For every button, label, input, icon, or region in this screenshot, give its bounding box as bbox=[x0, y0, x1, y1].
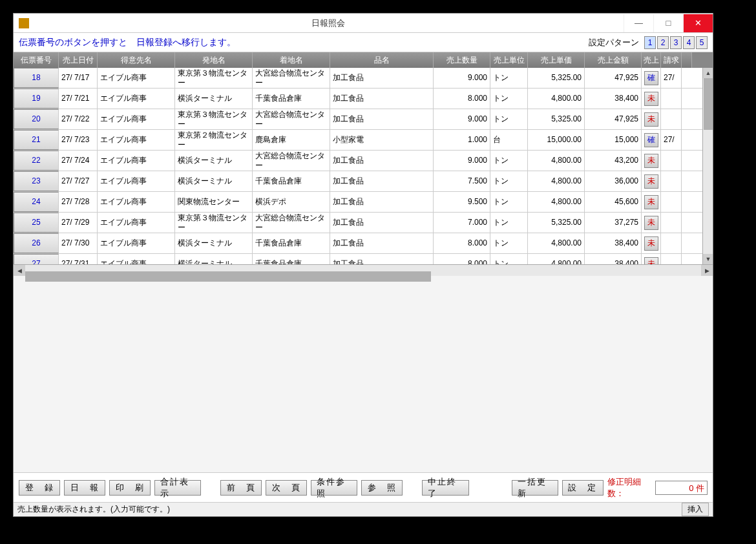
scroll-up-arrow-icon[interactable]: ▲ bbox=[703, 68, 713, 78]
close-button[interactable]: ✕ bbox=[683, 14, 713, 32]
cell-status: 未 bbox=[642, 233, 661, 253]
status-button[interactable]: 未 bbox=[644, 174, 658, 189]
col-qty[interactable]: 売上数量 bbox=[434, 52, 490, 68]
register-button[interactable]: 登 録 bbox=[19, 480, 60, 496]
slip-number-button[interactable]: 22 bbox=[14, 151, 59, 171]
scroll-down-arrow-icon[interactable]: ▼ bbox=[703, 254, 713, 264]
cell-price: 4,800.00 bbox=[528, 171, 585, 191]
slip-number-button[interactable]: 25 bbox=[14, 213, 59, 233]
table-row: 1927/ 7/21エイブル商事横浜ターミナル千葉食品倉庫加工食品8.000トン… bbox=[14, 89, 702, 109]
cell-price: 4,800.00 bbox=[528, 233, 585, 253]
minimize-button[interactable]: — bbox=[624, 14, 653, 32]
cell-status: 確 bbox=[642, 68, 661, 88]
status-button[interactable]: 未 bbox=[644, 257, 658, 265]
pattern-button-5[interactable]: 5 bbox=[696, 36, 708, 49]
slip-number-button[interactable]: 18 bbox=[14, 68, 59, 88]
col-unit[interactable]: 売上単位 bbox=[490, 52, 528, 68]
pattern-button-3[interactable]: 3 bbox=[670, 36, 682, 49]
cell-quantity[interactable]: 8.000 bbox=[434, 89, 490, 109]
col-date[interactable]: 売上日付 bbox=[59, 52, 98, 68]
stop-end-button[interactable]: 中止終了 bbox=[422, 480, 468, 496]
pattern-button-2[interactable]: 2 bbox=[657, 36, 669, 49]
cell-to: 大宮総合物流センター bbox=[253, 68, 330, 88]
status-button[interactable]: 確 bbox=[644, 71, 658, 85]
reference-button[interactable]: 参 照 bbox=[361, 480, 403, 496]
status-button[interactable]: 未 bbox=[644, 112, 658, 127]
cell-bill: 27/ bbox=[661, 130, 682, 150]
cell-price: 4,800.00 bbox=[528, 151, 585, 171]
col-status[interactable]: 売上 bbox=[642, 52, 661, 68]
scroll-left-arrow-icon[interactable]: ◀ bbox=[14, 265, 25, 277]
total-button[interactable]: 合計表示 bbox=[154, 480, 201, 496]
maximize-button[interactable]: □ bbox=[653, 14, 683, 32]
col-slip[interactable]: 伝票番号 bbox=[14, 52, 59, 68]
pattern-button-4[interactable]: 4 bbox=[683, 36, 695, 49]
cell-item: 加工食品 bbox=[330, 254, 434, 264]
slip-number-button[interactable]: 24 bbox=[14, 192, 59, 212]
scroll-right-arrow-icon[interactable]: ▶ bbox=[701, 265, 713, 277]
col-from[interactable]: 発地名 bbox=[175, 52, 253, 68]
slip-number-button[interactable]: 21 bbox=[14, 130, 59, 150]
slip-number-button[interactable]: 27 bbox=[14, 254, 59, 264]
horizontal-scrollbar[interactable]: ◀ ▶ bbox=[14, 264, 713, 276]
status-button[interactable]: 未 bbox=[644, 236, 658, 251]
vertical-scrollbar[interactable]: ▲ ▼ bbox=[702, 68, 713, 264]
cell-quantity[interactable]: 1.000 bbox=[434, 130, 490, 150]
slip-number-button[interactable]: 23 bbox=[14, 171, 59, 191]
status-button[interactable]: 未 bbox=[644, 154, 658, 168]
cell-bill bbox=[661, 213, 682, 233]
col-to[interactable]: 着地名 bbox=[253, 52, 330, 68]
cell-quantity[interactable]: 9.000 bbox=[434, 68, 490, 88]
cell-from: 東京第２物流センター bbox=[175, 130, 253, 150]
status-button[interactable]: 確 bbox=[644, 133, 658, 147]
table-row: 2527/ 7/29エイブル商事東京第３物流センター大宮総合物流センター加工食品… bbox=[14, 213, 702, 233]
pattern-button-1[interactable]: 1 bbox=[644, 36, 656, 49]
cell-item: 加工食品 bbox=[330, 68, 434, 88]
col-amount[interactable]: 売上金額 bbox=[585, 52, 642, 68]
cell-date: 27/ 7/22 bbox=[59, 109, 98, 129]
status-button[interactable]: 未 bbox=[644, 195, 658, 209]
cell-bill bbox=[661, 233, 682, 253]
cell-price: 15,000.00 bbox=[528, 130, 585, 150]
insert-mode-indicator: 挿入 bbox=[682, 503, 709, 516]
daily-button[interactable]: 日 報 bbox=[64, 480, 105, 496]
next-page-button[interactable]: 次 頁 bbox=[266, 480, 307, 496]
col-bill[interactable]: 請求 bbox=[661, 52, 682, 68]
slip-number-button[interactable]: 26 bbox=[14, 233, 59, 253]
cell-date: 27/ 7/21 bbox=[59, 89, 98, 109]
cell-status: 未 bbox=[642, 109, 661, 129]
col-customer[interactable]: 得意先名 bbox=[98, 52, 175, 68]
cell-quantity[interactable]: 8.000 bbox=[434, 254, 490, 264]
slip-number-button[interactable]: 19 bbox=[14, 89, 59, 109]
cell-customer: エイブル商事 bbox=[98, 130, 175, 150]
app-icon bbox=[19, 18, 29, 28]
cell-unit: トン bbox=[490, 151, 528, 171]
col-price[interactable]: 売上単価 bbox=[528, 52, 585, 68]
status-button[interactable]: 未 bbox=[644, 216, 658, 230]
cell-quantity[interactable]: 7.000 bbox=[434, 213, 490, 233]
bottom-spacer bbox=[14, 276, 713, 472]
vertical-scroll-thumb[interactable] bbox=[704, 78, 713, 130]
print-button[interactable]: 印 刷 bbox=[109, 480, 151, 496]
cell-customer: エイブル商事 bbox=[98, 213, 175, 233]
table-row: 2027/ 7/22エイブル商事東京第３物流センター大宮総合物流センター加工食品… bbox=[14, 109, 702, 130]
prev-page-button[interactable]: 前 頁 bbox=[220, 480, 262, 496]
cell-from: 横浜ターミナル bbox=[175, 233, 253, 253]
cell-quantity[interactable]: 8.000 bbox=[434, 233, 490, 253]
col-item[interactable]: 品名 bbox=[330, 52, 434, 68]
status-button[interactable]: 未 bbox=[644, 92, 658, 106]
cell-quantity[interactable]: 9.500 bbox=[434, 192, 490, 212]
horizontal-scroll-thumb[interactable] bbox=[25, 271, 431, 282]
cell-quantity[interactable]: 9.000 bbox=[434, 151, 490, 171]
slip-number-button[interactable]: 20 bbox=[14, 109, 59, 129]
cell-amount: 36,000 bbox=[585, 171, 642, 191]
cell-quantity[interactable]: 7.500 bbox=[434, 171, 490, 191]
cell-unit: トン bbox=[490, 192, 528, 212]
cell-bill bbox=[661, 109, 682, 129]
cell-amount: 38,400 bbox=[585, 89, 642, 109]
condition-button[interactable]: 条件参照 bbox=[311, 480, 357, 496]
batch-update-button[interactable]: 一括更新 bbox=[512, 480, 558, 496]
cell-date: 27/ 7/24 bbox=[59, 151, 98, 171]
settings-button[interactable]: 設 定 bbox=[562, 480, 604, 496]
cell-quantity[interactable]: 9.000 bbox=[434, 109, 490, 129]
